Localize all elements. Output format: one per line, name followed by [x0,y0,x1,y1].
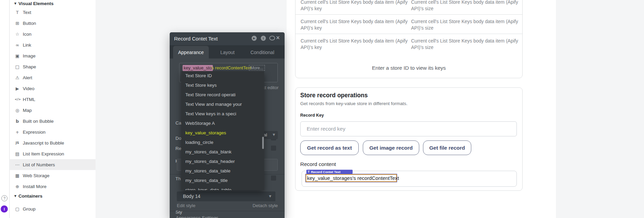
chevron-down-icon: ▼ [269,195,271,198]
more-button[interactable]: More... [249,65,265,71]
chevron-down-icon: ▼ [14,2,16,5]
elements-sidebar: ▼ Visual Elements T Text ⊞ Button ☆ Icon… [10,0,96,218]
get-file-record-button[interactable]: Get file record [423,140,471,155]
plus-icon: + [15,130,20,135]
sidebar-item-list-of-numbers[interactable]: ⋯ List of Numbers [10,159,96,170]
close-icon[interactable]: × [276,34,280,41]
dropdown-option[interactable]: loading_circle [181,138,264,147]
record-content-label: Record content [300,161,336,167]
dropdown-option[interactable]: WebStorage A [181,119,264,128]
sidebar-item-repeating-group[interactable]: ▥ Repeating Group [10,215,96,218]
link-icon: ∞ [15,43,20,48]
sidebar-item-javascript-to-bubble[interactable]: JS Javascript to Bubble [10,137,96,148]
section-header-visual-elements[interactable]: ▼ Visual Elements [10,0,96,7]
clipboard-icon: ▤ [15,151,20,156]
dropdown-option[interactable]: my_stores_data_blank [181,147,264,157]
cell-key-text: Current cell's List Store Keys body data… [301,0,409,12]
cell-size-text: Current cell's List Store Keys body data… [411,0,520,12]
help-icon[interactable]: ? [1,195,7,201]
tab-appearance[interactable]: Appearance [173,46,209,58]
dropdown-option[interactable]: my_stores_data_header [181,157,264,166]
table-row[interactable]: Current cell's List Store Keys body data… [295,0,522,15]
field-label-fragment: Re [175,146,181,151]
text-icon: T [15,10,20,15]
checkbox[interactable] [271,175,276,181]
section-header-containers[interactable]: ▼ Containers [10,192,96,199]
checkbox[interactable] [271,146,276,151]
field-label-fragment: Sty [175,209,182,215]
appearance-settings-header: Appearance Settings [176,215,218,218]
detach-style-link[interactable]: Detach style [253,203,278,208]
sidebar-item-image[interactable]: ▣ Image [10,50,96,61]
sidebar-item-html[interactable]: </> HTML [10,94,96,105]
chevron-down-icon: ▼ [14,195,16,198]
record-key-input[interactable] [300,121,517,136]
sidebar-item-shape[interactable]: □ Shape [10,61,96,72]
image-icon: ▣ [15,53,20,58]
tab-conditional[interactable]: Conditional [246,46,278,58]
sidebar-item-text[interactable]: T Text [10,7,96,18]
ellipsis-icon: ⋯ [15,162,20,167]
section-subtitle: Get records from key-value store in diff… [300,101,408,106]
expression-suffix[interactable]: 's recordContentText [211,65,251,70]
video-icon: ▶ [15,86,20,91]
sidebar-item-icon[interactable]: ☆ Icon [10,29,96,39]
cell-size-text: Current cell's List Store Keys body data… [411,38,520,51]
comment-icon[interactable] [269,36,275,40]
table-row[interactable]: Current cell's List Store Keys body data… [295,15,522,34]
sidebar-item-built-on-bubble[interactable]: b Built on Bubble [10,116,96,127]
table-row[interactable]: Current cell's List Store Keys body data… [295,34,522,53]
panel-body: key_value_sto 's recordContentText More.… [170,58,285,218]
dropdown-option[interactable]: Text View keys in a speci [181,109,264,119]
sidebar-item-install-more[interactable]: ⊕ Install More [10,181,96,192]
selected-element-badge-label: Record Contet Text [311,170,341,174]
selected-text-element[interactable]: key_value_storages's recordContentText [306,174,397,182]
dropdown-option[interactable]: Text View and manage your [181,100,264,109]
bubble-logo-icon: b [15,119,20,124]
sidebar-item-video[interactable]: ▶ Video [10,83,96,94]
storage-icon: ▦ [15,173,20,178]
dropdown-option[interactable]: store_keys_data_table [181,185,264,190]
avatar[interactable]: I [1,205,8,213]
store-record-operations-card: Store record operations Get records from… [295,87,523,191]
sidebar-item-expression[interactable]: + Expression [10,127,96,137]
field-label-fragment: Ca [175,120,181,125]
dropdown-option-highlighted[interactable]: key_value_storages [181,128,264,138]
store-keys-table: Current cell's List Store Keys body data… [295,0,523,78]
edit-style-link[interactable]: Edit style [177,203,196,208]
dropdown-option[interactable]: Text Store ID [181,71,264,81]
sidebar-item-button[interactable]: ⊞ Button [10,18,96,29]
empty-state-message: Enter a store ID to view its keys [295,65,522,71]
left-gutter [0,0,10,218]
text-element-icon: T [308,170,310,173]
get-image-record-button[interactable]: Get image record [363,140,419,155]
info-icon[interactable]: i [261,36,266,41]
sidebar-item-list-item-expression[interactable]: ▤ List Item Expression [10,148,96,159]
sidebar-item-web-storage[interactable]: ▦ Web Storage [10,170,96,181]
map-pin-icon: ◎ [15,108,20,113]
sidebar-item-alert[interactable]: ⚠ Alert [10,72,96,83]
preview-icon[interactable]: ▶ [252,36,257,41]
button-icon: ⊞ [15,21,20,26]
record-key-label: Record Key [300,113,324,118]
field-label-fragment: Th [175,176,181,181]
dropdown-option[interactable]: Text Store record operati [181,90,264,100]
style-select[interactable]: Body 14 ▼ [177,191,275,201]
sidebar-item-map[interactable]: ◎ Map [10,105,96,116]
sidebar-item-link[interactable]: ∞ Link [10,39,96,50]
group-icon: ▢ [15,206,20,212]
scrollbar-thumb[interactable] [262,137,264,149]
sidebar-item-group[interactable]: ▢ Group [10,203,96,214]
get-record-as-text-button[interactable]: Get record as text [300,140,359,155]
dropdown-option[interactable]: Text Store keys [181,81,264,90]
autocomplete-dropdown: Text Store ID Text Store keys Text Store… [181,71,264,190]
js-icon: JS [15,141,20,145]
dropdown-option[interactable]: my_stores_data_table [181,166,264,176]
tab-layout[interactable]: Layout [212,46,243,58]
dropdown-option[interactable]: my_stores_data_title [181,176,264,185]
circle-plus-icon: ⊕ [15,184,20,189]
cell-key-text: Current cell's List Store Keys body data… [301,38,409,51]
expression-token[interactable]: key_value_sto [183,65,213,71]
panel-titlebar[interactable]: Record Contet Text ▶ i × [170,32,285,45]
star-icon: ☆ [15,32,20,37]
